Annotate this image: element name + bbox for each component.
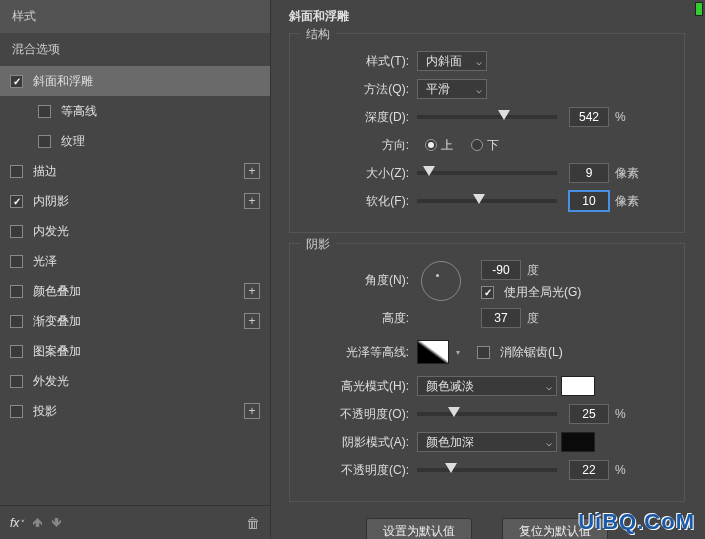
style-checkbox[interactable] — [10, 285, 23, 298]
style-item-2[interactable]: 纹理 — [0, 126, 270, 156]
style-checkbox[interactable] — [10, 195, 23, 208]
depth-input[interactable] — [569, 107, 609, 127]
style-checkbox[interactable] — [10, 345, 23, 358]
shadow-opacity-input[interactable] — [569, 460, 609, 480]
add-effect-icon[interactable]: + — [244, 163, 260, 179]
altitude-unit: 度 — [527, 310, 539, 327]
style-item-9[interactable]: 图案叠加 — [0, 336, 270, 366]
style-item-1[interactable]: 等高线 — [0, 96, 270, 126]
style-checkbox[interactable] — [10, 405, 23, 418]
add-effect-icon[interactable]: + — [244, 313, 260, 329]
highlight-mode-label: 高光模式(H): — [304, 378, 409, 395]
style-item-7[interactable]: 颜色叠加+ — [0, 276, 270, 306]
soften-input[interactable] — [569, 191, 609, 211]
depth-label: 深度(D): — [304, 109, 409, 126]
shading-section: 阴影 角度(N): 度 使用全局光(G) 高度: 度 光泽等高线: — [289, 243, 685, 502]
direction-up-radio[interactable] — [425, 139, 437, 151]
style-item-label: 光泽 — [33, 253, 57, 270]
style-item-label: 纹理 — [61, 133, 85, 150]
structure-section: 结构 样式(T): 内斜面 方法(Q): 平滑 深度(D): % 方向: 上 下… — [289, 33, 685, 233]
trash-icon[interactable]: 🗑 — [246, 515, 260, 531]
depth-slider[interactable] — [417, 115, 557, 119]
status-indicator-icon — [695, 2, 703, 16]
highlight-color-swatch[interactable] — [561, 376, 595, 396]
altitude-label: 高度: — [304, 310, 409, 327]
highlight-opacity-label: 不透明度(O): — [304, 406, 409, 423]
style-item-11[interactable]: 投影+ — [0, 396, 270, 426]
shadow-color-swatch[interactable] — [561, 432, 595, 452]
style-item-5[interactable]: 内发光 — [0, 216, 270, 246]
style-item-10[interactable]: 外发光 — [0, 366, 270, 396]
style-item-label: 内发光 — [33, 223, 69, 240]
style-item-label: 图案叠加 — [33, 343, 81, 360]
styles-sidebar: 样式 混合选项 斜面和浮雕等高线纹理描边+内阴影+内发光光泽颜色叠加+渐变叠加+… — [0, 0, 271, 539]
add-effect-icon[interactable]: + — [244, 403, 260, 419]
style-checkbox[interactable] — [10, 75, 23, 88]
highlight-opacity-input[interactable] — [569, 404, 609, 424]
move-down-icon[interactable]: 🡻 — [51, 517, 62, 529]
angle-label: 角度(N): — [304, 272, 409, 289]
style-item-3[interactable]: 描边+ — [0, 156, 270, 186]
style-item-8[interactable]: 渐变叠加+ — [0, 306, 270, 336]
style-checkbox[interactable] — [10, 315, 23, 328]
style-item-label: 颜色叠加 — [33, 283, 81, 300]
contour-dropdown-icon[interactable]: ▾ — [453, 348, 463, 357]
sidebar-title: 样式 — [0, 0, 270, 33]
shading-title: 阴影 — [300, 236, 336, 253]
antialias-label: 消除锯齿(L) — [500, 344, 563, 361]
style-item-0[interactable]: 斜面和浮雕 — [0, 66, 270, 96]
up-label: 上 — [441, 137, 453, 154]
style-item-label: 外发光 — [33, 373, 69, 390]
angle-input[interactable] — [481, 260, 521, 280]
add-effect-icon[interactable]: + — [244, 193, 260, 209]
style-item-label: 投影 — [33, 403, 57, 420]
style-checkbox[interactable] — [10, 225, 23, 238]
highlight-mode-select[interactable]: 颜色减淡 — [417, 376, 557, 396]
shadow-opacity-slider[interactable] — [417, 468, 557, 472]
shadow-opacity-unit: % — [615, 463, 626, 477]
style-item-label: 描边 — [33, 163, 57, 180]
style-item-label: 内阴影 — [33, 193, 69, 210]
style-checkbox[interactable] — [10, 375, 23, 388]
antialias-checkbox[interactable] — [477, 346, 490, 359]
highlight-opacity-unit: % — [615, 407, 626, 421]
style-item-4[interactable]: 内阴影+ — [0, 186, 270, 216]
size-input[interactable] — [569, 163, 609, 183]
angle-unit: 度 — [527, 262, 539, 279]
contour-picker[interactable] — [417, 340, 449, 364]
style-checkbox[interactable] — [10, 255, 23, 268]
fx-menu[interactable]: fx˅ — [10, 516, 24, 530]
technique-label: 方法(Q): — [304, 81, 409, 98]
move-up-icon[interactable]: 🡹 — [32, 517, 43, 529]
size-slider[interactable] — [417, 171, 557, 175]
angle-dial[interactable] — [421, 261, 461, 301]
style-checkbox[interactable] — [38, 135, 51, 148]
watermark: UiBQ.CoM — [578, 509, 695, 535]
direction-label: 方向: — [304, 137, 409, 154]
soften-unit: 像素 — [615, 193, 639, 210]
soften-slider[interactable] — [417, 199, 557, 203]
technique-select[interactable]: 平滑 — [417, 79, 487, 99]
depth-unit: % — [615, 110, 626, 124]
make-default-button[interactable]: 设置为默认值 — [366, 518, 472, 539]
style-select[interactable]: 内斜面 — [417, 51, 487, 71]
shadow-mode-label: 阴影模式(A): — [304, 434, 409, 451]
style-checkbox[interactable] — [38, 105, 51, 118]
direction-down-radio[interactable] — [471, 139, 483, 151]
global-light-checkbox[interactable] — [481, 286, 494, 299]
shadow-mode-select[interactable]: 颜色加深 — [417, 432, 557, 452]
style-item-label: 等高线 — [61, 103, 97, 120]
size-label: 大小(Z): — [304, 165, 409, 182]
style-checkbox[interactable] — [10, 165, 23, 178]
blend-options-item[interactable]: 混合选项 — [0, 33, 270, 66]
style-item-label: 斜面和浮雕 — [33, 73, 93, 90]
add-effect-icon[interactable]: + — [244, 283, 260, 299]
soften-label: 软化(F): — [304, 193, 409, 210]
settings-panel: 斜面和浮雕 结构 样式(T): 内斜面 方法(Q): 平滑 深度(D): % 方… — [271, 0, 705, 539]
contour-label: 光泽等高线: — [304, 344, 409, 361]
style-list: 斜面和浮雕等高线纹理描边+内阴影+内发光光泽颜色叠加+渐变叠加+图案叠加外发光投… — [0, 66, 270, 505]
structure-title: 结构 — [300, 26, 336, 43]
highlight-opacity-slider[interactable] — [417, 412, 557, 416]
altitude-input[interactable] — [481, 308, 521, 328]
style-item-6[interactable]: 光泽 — [0, 246, 270, 276]
